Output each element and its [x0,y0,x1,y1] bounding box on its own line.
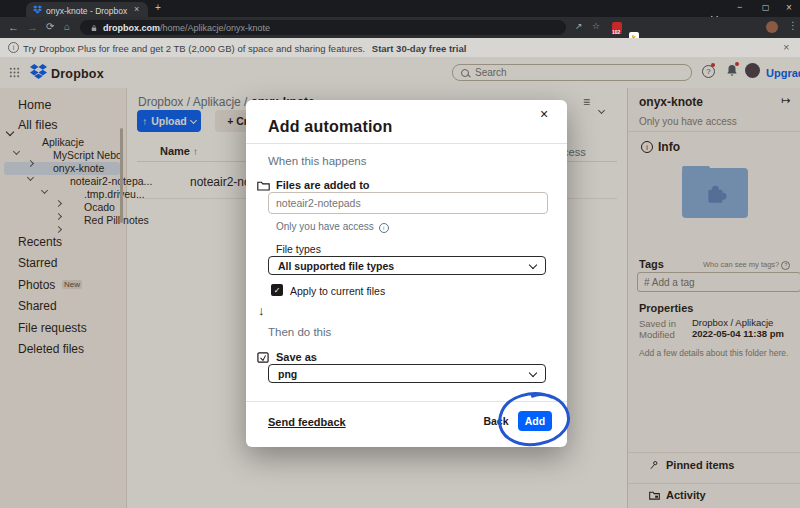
access-note-label: Only you have access [276,221,374,232]
url-bar[interactable]: dropbox.com/home/Aplikacje/onyx-knote [80,20,566,35]
window-maximize-button[interactable]: ▢ [762,3,770,12]
back-icon[interactable]: ← [8,21,19,33]
new-tab-button[interactable]: + [155,2,161,13]
url-path: /home/Aplikacje/onyx-knote [160,23,270,33]
banner-cta[interactable]: Start 30-day free trial [372,43,467,54]
modal-title: Add automation [268,118,393,136]
modal-access-note: Only you have access i [276,221,389,233]
select-chevron-icon [529,260,537,268]
annotation-circle [491,382,581,456]
browser-tab-strip: onyx-knote - Dropbox × + − ▢ × [0,0,800,17]
tab-title: onyx-knote - Dropbox [46,6,127,16]
files-added-label: Files are added to [276,179,370,191]
url-domain: dropbox.com [103,23,160,33]
tab-close-icon[interactable]: × [134,4,139,14]
browser-toolbar: ← → ⟳ ⌂ dropbox.com/home/Aplikacje/onyx-… [0,17,800,38]
modal-title-divider [246,143,567,144]
file-types-label: File types [276,243,321,255]
info-circle-icon[interactable]: i [379,223,389,233]
promo-banner: i Try Dropbox Plus for free and get 2 TB… [0,38,800,57]
save-as-label: Save as [276,351,317,363]
checkmark-icon: ✓ [274,286,281,295]
modal-close-icon[interactable]: × [540,106,548,122]
when-section-header: When this happens [268,155,366,167]
extension-badge: 102 [612,30,622,34]
home-icon[interactable]: ⌂ [64,21,70,32]
info-icon: i [8,42,19,53]
banner-close-icon[interactable]: × [783,41,789,53]
dropbox-favicon [33,5,42,14]
file-types-select[interactable]: All supported file types [268,256,546,275]
save-as-icon [257,352,269,363]
file-types-value: All supported file types [278,260,394,272]
bookmark-star-icon[interactable]: ☆ [592,21,600,31]
folder-input[interactable] [268,192,548,214]
browser-tab[interactable]: onyx-knote - Dropbox × [26,2,148,17]
browser-menu-icon[interactable]: ⋮ [788,20,798,31]
folder-outline-icon [257,180,270,191]
browser-profile-avatar[interactable] [766,21,778,33]
reload-icon[interactable]: ⟳ [46,21,54,32]
apply-checkbox-label[interactable]: Apply to current files [290,285,385,297]
window-minimize-button[interactable]: − [737,2,742,12]
share-icon[interactable]: ↗ [575,21,583,31]
save-as-select[interactable]: png [268,364,546,383]
window-close-button[interactable]: × [786,2,792,13]
save-as-value: png [278,368,297,380]
apply-checkbox[interactable]: ✓ [271,284,283,296]
extension-icon-1[interactable]: 102 [612,22,622,32]
flow-arrow-down-icon: ↓ [258,303,265,318]
select-chevron-icon [529,368,537,376]
send-feedback-link[interactable]: Send feedback [268,416,346,428]
then-section-header: Then do this [268,326,331,338]
lock-icon [90,24,98,32]
banner-text: Try Dropbox Plus for free and get 2 TB (… [23,43,365,54]
forward-icon[interactable]: → [27,21,38,33]
